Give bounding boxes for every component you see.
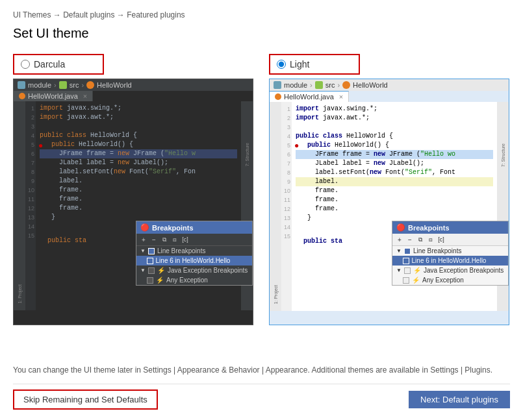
dark-bp-remove[interactable]: − <box>149 235 159 244</box>
light-bp-line6-indent <box>396 257 400 264</box>
dark-arrow2: › <box>81 81 84 89</box>
light-bp-exception-section: ▼ ⚡ Java Exception Breakpoints <box>392 266 508 275</box>
light-code-line2: import javax.awt.*; <box>296 114 493 123</box>
dark-bp-line6-label: Line 6 in HelloWorld.Hello <box>156 257 231 264</box>
light-bp-any-lightning: ⚡ <box>412 277 420 284</box>
light-src-icon <box>315 81 323 89</box>
light-radio[interactable] <box>277 60 286 69</box>
light-bp-chevron1: ▼ <box>396 248 402 254</box>
dark-bp-line6-indent <box>140 257 144 264</box>
themes-row: Darcula module › src › HelloWorld <box>13 54 510 356</box>
dark-tabs: HelloWorld.java × <box>14 91 253 101</box>
dark-hw-label: HelloWorld <box>97 81 132 89</box>
light-code-line7: JLabel label = new JLabel(); <box>296 159 493 168</box>
dark-tab-close[interactable]: × <box>83 92 87 100</box>
light-radio-label[interactable]: Light <box>269 54 360 75</box>
light-bp-copy[interactable]: ⧉ <box>416 235 425 244</box>
dark-bp-exception-label: Java Exception Breakpoints <box>168 267 248 274</box>
light-src-label: src <box>325 81 335 89</box>
light-tabs: HelloWorld.java × <box>270 91 509 102</box>
dark-bp-line-label: Line Breakpoints <box>157 247 206 254</box>
light-project-sidebar: 1: Project <box>270 102 281 311</box>
light-code-line3 <box>296 123 493 132</box>
light-code-line12: frame. <box>296 204 493 214</box>
dark-code-line11: frame. <box>40 195 237 204</box>
light-tab[interactable]: HelloWorld.java × <box>270 91 349 102</box>
light-bp-chevron2: ▼ <box>396 267 402 273</box>
dark-code-line1: import javax.swing.*; <box>40 104 237 113</box>
light-bp-line6-item[interactable]: Line 6 in HelloWorld.Hello <box>392 256 508 266</box>
dark-bp-line-check[interactable] <box>148 248 155 254</box>
dark-bp-exception-check[interactable] <box>148 267 155 274</box>
darcula-theme-option: Darcula module › src › HelloWorld <box>13 54 253 356</box>
dark-code-line7: JLabel label = new JLabel(); <box>40 158 237 167</box>
light-bp-any-label: Any Exception <box>422 277 464 284</box>
light-label: Light <box>290 59 309 69</box>
light-bp-line6-check[interactable] <box>403 258 409 264</box>
dark-bp-lightning: ⚡ <box>157 267 165 274</box>
light-bp-exception-check[interactable] <box>404 267 411 274</box>
light-bp-settings[interactable]: [c] <box>437 235 446 244</box>
dark-bp-line6-check[interactable] <box>147 258 153 264</box>
dark-code-line5: public HelloWorld() { <box>40 140 237 149</box>
breadcrumb: UI Themes → Default plugins → Featured p… <box>13 10 510 19</box>
dark-project-sidebar: 1: Project <box>14 101 25 310</box>
light-arrow1: › <box>310 81 313 89</box>
next-button[interactable]: Next: Default plugins <box>409 391 510 408</box>
dark-project-label: 1: Project <box>18 284 22 304</box>
dark-bp-any-label: Any Exception <box>166 277 208 284</box>
light-tab-icon <box>275 93 281 100</box>
dark-breakpoint-dot: ● <box>38 141 43 150</box>
light-bp-line6-label: Line 6 in HelloWorld.Hello <box>412 257 487 264</box>
dark-bp-any-check[interactable] <box>147 277 153 284</box>
next-button-container: Next: Default plugins <box>409 391 510 408</box>
light-code-line5: public HelloWorld() { <box>296 141 493 150</box>
light-bp-add[interactable]: + <box>395 235 404 244</box>
dark-bp-title: Breakpoints <box>152 224 194 232</box>
skip-button[interactable]: Skip Remaining and Set Defaults <box>13 389 158 410</box>
dark-line-numbers: 123456789101112131415 <box>25 101 36 310</box>
dark-bp-add[interactable]: + <box>139 235 148 244</box>
light-code-line10: frame. <box>296 186 493 195</box>
light-bp-any-check[interactable] <box>403 277 409 284</box>
light-structure-label: 7: Structure <box>501 143 505 167</box>
light-code-line8: label.setFont(new Font("Serif", Font <box>296 168 493 177</box>
light-code-line9: label. <box>296 177 493 186</box>
dark-bp-header: 🔴 Breakpoints <box>136 221 252 234</box>
info-text: You can change the UI theme later in Set… <box>13 364 510 376</box>
dark-bp-icon: 🔴 <box>140 223 149 232</box>
dark-bp-line6-item[interactable]: Line 6 in HelloWorld.Hello <box>136 256 252 266</box>
light-tab-label: HelloWorld.java <box>284 93 334 101</box>
light-bp-line-label: Line Breakpoints <box>413 247 462 254</box>
light-bp-remove[interactable]: − <box>405 235 415 244</box>
dark-tab[interactable]: HelloWorld.java × <box>14 91 93 101</box>
dark-bp-filter[interactable]: ⧈ <box>170 235 179 244</box>
darcula-radio[interactable] <box>21 60 30 69</box>
light-hw-label: HelloWorld <box>353 81 388 89</box>
dark-code-line2: import javax.awt.*; <box>40 113 237 122</box>
light-bp-line-check[interactable] <box>404 248 411 254</box>
dark-code-line6: JFrame frame = new JFrame ("Hello w <box>40 149 237 158</box>
dark-code-line4: public class HelloWorld { <box>40 131 237 140</box>
light-project-label: 1: Project <box>274 285 278 304</box>
dark-hw-icon <box>86 81 94 89</box>
light-tab-close[interactable]: × <box>339 93 343 101</box>
dark-code-line12: frame. <box>40 204 237 213</box>
light-bp-filter[interactable]: ⧈ <box>426 235 435 244</box>
dark-arrow1: › <box>54 81 57 89</box>
light-bp-toolbar: + − ⧉ ⧈ [c] <box>392 234 508 246</box>
darcula-radio-label[interactable]: Darcula <box>13 54 104 75</box>
dark-bp-any-lightning: ⚡ <box>156 277 164 284</box>
light-module-label: module <box>284 81 307 89</box>
dark-bp-settings[interactable]: [c] <box>181 235 190 244</box>
footer-row: Skip Remaining and Set Defaults Next: De… <box>13 384 510 410</box>
dark-bp-exception-section: ▼ ⚡ Java Exception Breakpoints <box>136 266 252 275</box>
light-code-line11: frame. <box>296 195 493 204</box>
light-bp-any-exception-item: ⚡ Any Exception <box>392 275 508 285</box>
dark-breakpoints-popup: 🔴 Breakpoints + − ⧉ ⧈ [c] ▼ <box>136 221 253 286</box>
light-preview: module › src › HelloWorld HelloWorld.jav… <box>269 79 509 325</box>
dark-bp-copy[interactable]: ⧉ <box>160 235 169 244</box>
light-bp-title: Breakpoints <box>408 224 450 232</box>
dark-code-line10: frame. <box>40 186 237 195</box>
page-title: Set UI theme <box>13 26 510 41</box>
